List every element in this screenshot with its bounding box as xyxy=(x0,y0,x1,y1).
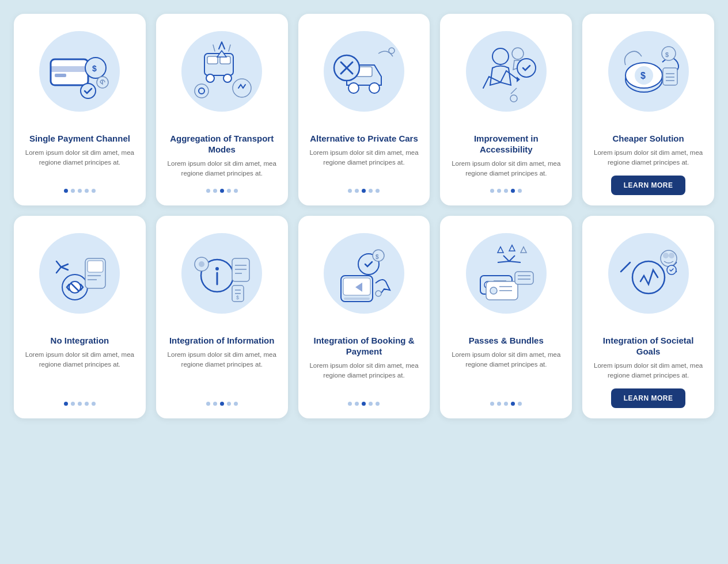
card-accessibility: Improvement in AccessibilityLorem ipsum … xyxy=(440,14,572,205)
card-dots-no-integration xyxy=(64,402,96,406)
dot-3[interactable] xyxy=(85,189,89,193)
card-title-no-integration: No Integration xyxy=(51,336,109,346)
svg-marker-73 xyxy=(521,247,526,253)
dot-4[interactable] xyxy=(234,402,238,406)
card-title-passes-bundles: Passes & Bundles xyxy=(469,336,544,346)
card-aggregation-transport: Aggregation of Transport ModesLorem ipsu… xyxy=(156,14,288,205)
dot-2[interactable] xyxy=(220,189,224,193)
transport-icon xyxy=(187,36,256,111)
card-icon-area-accessibility xyxy=(440,14,572,129)
card-body-accessibility: Lorem ipsum dolor sit dim amet, mea regi… xyxy=(450,159,562,179)
svg-point-17 xyxy=(348,83,359,93)
learn-more-button-cheaper[interactable]: LEARN MORE xyxy=(611,176,686,195)
dot-1[interactable] xyxy=(213,189,217,193)
dot-1[interactable] xyxy=(213,402,217,406)
dot-0[interactable] xyxy=(348,189,352,193)
svg-rect-9 xyxy=(220,56,230,64)
card-icon-area-single-payment: $ xyxy=(14,14,146,129)
svg-text:$: $ xyxy=(376,254,379,260)
svg-point-22 xyxy=(512,48,524,59)
dot-1[interactable] xyxy=(497,189,501,193)
svg-marker-72 xyxy=(509,245,515,251)
dot-4[interactable] xyxy=(92,189,96,193)
svg-rect-46 xyxy=(232,258,249,281)
dot-0[interactable] xyxy=(206,189,210,193)
card-icon-area-booking-payment: $ xyxy=(298,216,430,331)
card-body-cheaper: Lorem ipsum dolor sit dim amet, mea regi… xyxy=(593,148,704,168)
svg-point-23 xyxy=(517,59,536,77)
cheaper-icon: $ $ xyxy=(614,36,683,111)
card-single-payment: $ Single Payment ChannelLorem ipsum dolo… xyxy=(14,14,146,205)
svg-point-25 xyxy=(510,95,517,102)
dot-2[interactable] xyxy=(504,402,508,406)
dot-1[interactable] xyxy=(497,402,501,406)
svg-point-68 xyxy=(490,287,497,294)
card-title-accessibility: Improvement in Accessibility xyxy=(448,134,564,155)
card-title-single-payment: Single Payment Channel xyxy=(29,134,130,144)
card-icon-area-passes-bundles xyxy=(440,216,572,331)
learn-more-button-societal-goals[interactable]: LEARN MORE xyxy=(611,388,686,408)
dot-0[interactable] xyxy=(490,189,494,193)
dot-2[interactable] xyxy=(220,402,224,406)
card-dots-accessibility xyxy=(490,189,522,193)
dot-0[interactable] xyxy=(348,402,352,406)
dot-2[interactable] xyxy=(362,402,366,406)
card-passes-bundles: Passes & BundlesLorem ipsum dolor sit di… xyxy=(440,216,572,418)
dot-0[interactable] xyxy=(490,402,494,406)
svg-rect-61 xyxy=(344,298,370,300)
svg-point-10 xyxy=(206,74,214,82)
dot-0[interactable] xyxy=(64,189,68,193)
dot-4[interactable] xyxy=(376,402,380,406)
card-icon-area-alternative-cars xyxy=(298,14,430,129)
svg-point-62 xyxy=(376,291,381,296)
dot-2[interactable] xyxy=(78,189,82,193)
card-title-info-integration: Integration of Information xyxy=(169,336,274,346)
card-societal-goals: Integration of Societal GoalsLorem ipsum… xyxy=(582,216,714,418)
card-title-alternative-cars: Alternative to Private Cars xyxy=(310,134,418,144)
svg-rect-8 xyxy=(207,56,218,64)
svg-point-44 xyxy=(215,267,219,270)
card-alternative-cars: Alternative to Private CarsLorem ipsum d… xyxy=(298,14,430,205)
card-title-societal-goals: Integration of Societal Goals xyxy=(590,336,706,357)
card-dots-alternative-cars xyxy=(348,189,380,193)
card-icon-area-aggregation-transport xyxy=(156,14,288,129)
dot-4[interactable] xyxy=(376,189,380,193)
card-title-cheaper: Cheaper Solution xyxy=(613,134,684,144)
svg-rect-40 xyxy=(88,261,103,272)
dot-4[interactable] xyxy=(92,402,96,406)
dot-0[interactable] xyxy=(64,402,68,406)
dot-1[interactable] xyxy=(355,189,359,193)
dot-3[interactable] xyxy=(85,402,89,406)
dot-1[interactable] xyxy=(71,402,75,406)
card-body-aggregation-transport: Lorem ipsum dolor sit dim amet, mea regi… xyxy=(166,159,278,179)
dot-3[interactable] xyxy=(369,402,373,406)
dot-3[interactable] xyxy=(511,189,515,193)
svg-point-21 xyxy=(492,48,509,64)
dot-4[interactable] xyxy=(518,402,522,406)
nointegration-icon xyxy=(45,238,114,313)
card-body-passes-bundles: Lorem ipsum dolor sit dim amet, mea regi… xyxy=(450,350,562,370)
dot-3[interactable] xyxy=(369,189,373,193)
payment-icon: $ xyxy=(45,36,114,111)
nocar-icon xyxy=(329,36,399,111)
svg-marker-71 xyxy=(498,247,503,253)
dot-4[interactable] xyxy=(234,189,238,193)
card-dots-passes-bundles xyxy=(490,402,522,406)
card-no-integration: No IntegrationLorem ipsum dolor sit dim … xyxy=(14,216,146,418)
dot-3[interactable] xyxy=(511,402,515,406)
svg-text:$: $ xyxy=(236,295,239,300)
svg-text:$: $ xyxy=(92,64,97,73)
dot-2[interactable] xyxy=(504,189,508,193)
card-title-booking-payment: Integration of Booking & Payment xyxy=(306,336,422,357)
dot-4[interactable] xyxy=(518,189,522,193)
dot-2[interactable] xyxy=(362,189,366,193)
dot-3[interactable] xyxy=(227,189,231,193)
dot-1[interactable] xyxy=(71,189,75,193)
dot-3[interactable] xyxy=(227,402,231,406)
dot-2[interactable] xyxy=(78,402,82,406)
dot-1[interactable] xyxy=(355,402,359,406)
svg-rect-0 xyxy=(51,59,88,85)
dot-0[interactable] xyxy=(206,402,210,406)
card-body-single-payment: Lorem ipsum dolor sit dim amet, mea regi… xyxy=(24,148,135,168)
info-icon: $ xyxy=(187,238,256,313)
